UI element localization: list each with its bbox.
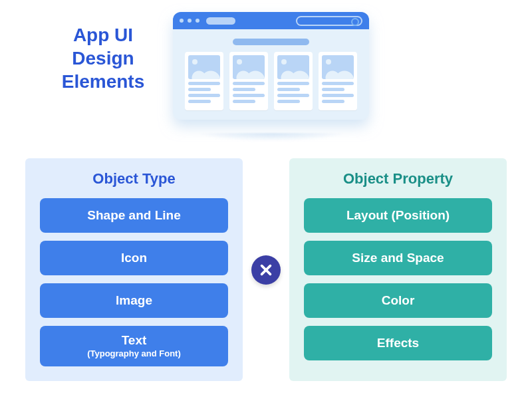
text-line-icon <box>233 100 255 103</box>
text-line-icon <box>277 100 300 103</box>
object-type-item: Shape and Line <box>40 198 228 233</box>
image-placeholder-icon <box>322 55 354 79</box>
browser-titlebar <box>173 12 369 29</box>
window-dot-icon <box>180 19 184 23</box>
text-line-icon <box>188 82 220 85</box>
panels-row: Object Type Shape and Line Icon Image Te… <box>25 158 507 381</box>
object-type-item: Icon <box>40 241 228 275</box>
text-line-icon <box>322 88 344 91</box>
image-placeholder-icon <box>233 55 265 79</box>
object-type-item: Text (Typography and Font) <box>40 326 228 366</box>
text-line-icon <box>322 82 354 85</box>
card-mockup <box>185 52 223 110</box>
text-line-icon <box>233 88 255 91</box>
window-dot-icon <box>188 19 192 23</box>
header-bar-icon <box>233 39 309 45</box>
card-mockup <box>229 52 268 110</box>
object-property-item: Color <box>304 283 492 318</box>
pill-label: Shape and Line <box>87 209 180 223</box>
object-type-item: Image <box>40 283 228 318</box>
object-type-title: Object Type <box>92 170 175 188</box>
text-line-icon <box>277 88 300 91</box>
text-line-icon <box>188 94 220 97</box>
shadow-decoration-icon <box>166 133 376 153</box>
pill-label: Image <box>116 294 152 308</box>
object-property-item: Size and Space <box>304 241 492 275</box>
image-placeholder-icon <box>188 55 220 79</box>
pill-sublabel: (Typography and Font) <box>87 349 181 358</box>
image-placeholder-icon <box>277 55 309 79</box>
card-mockup <box>319 52 357 110</box>
text-line-icon <box>322 100 344 103</box>
text-line-icon <box>233 94 265 97</box>
object-property-title: Object Property <box>343 170 453 188</box>
browser-mockup <box>173 12 369 120</box>
object-property-item: Effects <box>304 326 492 360</box>
operator-container <box>243 158 289 381</box>
pill-label: Size and Space <box>352 251 444 265</box>
pill-label: Color <box>382 294 415 308</box>
diagram-title: App UIDesignElements <box>43 23 163 93</box>
pill-label: Icon <box>121 251 147 265</box>
object-property-panel: Object Property Layout (Position) Size a… <box>289 158 507 381</box>
object-type-panel: Object Type Shape and Line Icon Image Te… <box>25 158 243 381</box>
card-mockup <box>274 52 313 110</box>
window-dot-icon <box>196 19 200 23</box>
text-line-icon <box>188 100 211 103</box>
browser-tab-icon <box>206 17 235 25</box>
pill-label: Effects <box>377 336 419 350</box>
pill-label: Text <box>122 334 147 348</box>
multiply-icon <box>251 255 281 285</box>
text-line-icon <box>322 94 354 97</box>
search-bar-icon <box>296 16 362 26</box>
text-line-icon <box>188 88 211 91</box>
card-row <box>173 52 369 110</box>
text-line-icon <box>233 82 265 85</box>
object-property-item: Layout (Position) <box>304 198 492 233</box>
text-line-icon <box>277 82 309 85</box>
text-line-icon <box>277 94 309 97</box>
pill-label: Layout (Position) <box>346 209 450 223</box>
